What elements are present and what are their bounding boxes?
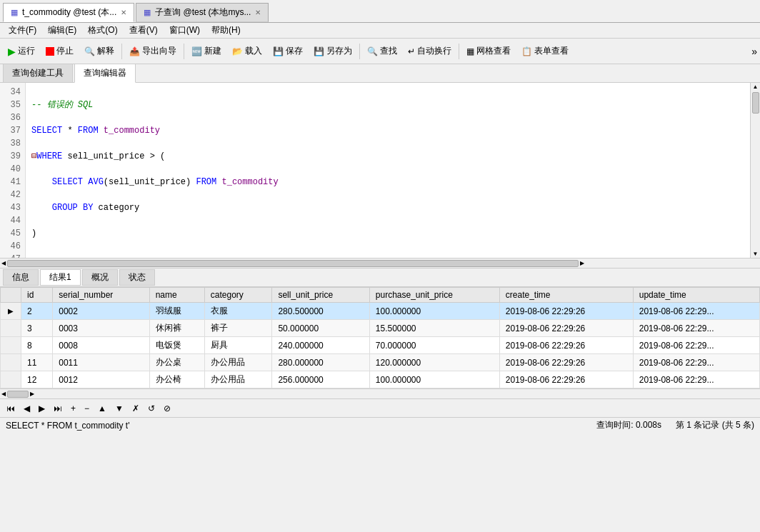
table-container[interactable]: id serial_number name category sell_unit… bbox=[0, 287, 760, 388]
cell-serial_number: 0002 bbox=[53, 303, 149, 320]
menu-format[interactable]: 格式(O) bbox=[82, 23, 123, 38]
menu-window[interactable]: 窗口(W) bbox=[164, 23, 206, 38]
cell-category: 裤子 bbox=[204, 320, 272, 337]
stop-button[interactable]: 停止 bbox=[41, 43, 79, 59]
col-purchase[interactable]: purchase_unit_price bbox=[369, 288, 499, 303]
saveas-button[interactable]: 💾 另存为 bbox=[309, 43, 357, 59]
run-label: 运行 bbox=[18, 45, 35, 57]
gridview-button[interactable]: ▦ 网格查看 bbox=[461, 43, 516, 59]
vscroll-thumb[interactable] bbox=[752, 92, 759, 114]
autowrap-icon: ↵ bbox=[408, 46, 415, 56]
load-icon: 📂 bbox=[232, 46, 243, 56]
table-row[interactable]: 120012办公椅办公用品256.000000100.0000002019-08… bbox=[1, 371, 760, 388]
hscroll-left[interactable]: ◀ bbox=[0, 260, 7, 266]
menu-file[interactable]: 文件(F) bbox=[3, 23, 42, 38]
table-header: id serial_number name category sell_unit… bbox=[1, 288, 760, 303]
table-row[interactable]: 110011办公桌办公用品280.000000120.0000002019-08… bbox=[1, 354, 760, 371]
cell-purchase_unit_price: 120.000000 bbox=[369, 354, 499, 371]
col-update[interactable]: update_time bbox=[633, 288, 759, 303]
table-hscroll[interactable]: ◀ ▶ bbox=[0, 388, 760, 398]
col-name[interactable]: name bbox=[149, 288, 204, 303]
table-row[interactable]: 80008电饭煲厨具240.00000070.0000002019-08-06 … bbox=[1, 337, 760, 354]
menu-help[interactable]: 帮助(H) bbox=[206, 23, 246, 38]
rtab-status[interactable]: 状态 bbox=[119, 269, 155, 286]
col-indicator bbox=[1, 288, 21, 303]
rtab-result1[interactable]: 结果1 bbox=[40, 269, 81, 286]
col-category[interactable]: category bbox=[204, 288, 272, 303]
vscroll-down-arrow[interactable]: ▼ bbox=[751, 250, 760, 258]
code-line-35: SELECT * FROM t_commodity bbox=[31, 124, 744, 137]
tab-2[interactable]: ▦ 子查询 @test (本地mys... ✕ bbox=[136, 3, 269, 22]
code-line-36: ⊟WHERE sell_unit_price > ( bbox=[31, 150, 744, 163]
cell-update_time: 2019-08-06 22:29... bbox=[633, 320, 759, 337]
table-row[interactable]: 30003休闲裤裤子50.00000015.5000002019-08-06 2… bbox=[1, 320, 760, 337]
menu-view[interactable]: 查看(V) bbox=[124, 23, 164, 38]
vscroll-up-arrow[interactable]: ▲ bbox=[751, 83, 760, 91]
cell-purchase_unit_price: 100.000000 bbox=[369, 371, 499, 388]
table-row[interactable]: ▶20002羽绒服衣服280.500000100.0000002019-08-0… bbox=[1, 303, 760, 320]
query-time: 查询时间: 0.008s bbox=[596, 419, 661, 431]
row-indicator bbox=[1, 320, 21, 337]
rtab-overview[interactable]: 概况 bbox=[82, 269, 118, 286]
table-hscroll-right[interactable]: ▶ bbox=[29, 391, 36, 397]
line-numbers: 34 35 36 37 38 39 40 41 42 43 44 45 46 4… bbox=[0, 83, 26, 258]
tab-query-build[interactable]: 查询创建工具 bbox=[3, 64, 73, 82]
tab-2-close[interactable]: ✕ bbox=[255, 9, 261, 16]
tab-1-close[interactable]: ✕ bbox=[121, 9, 126, 16]
nav-prev[interactable]: ◀ bbox=[20, 402, 34, 415]
code-line-39: ) bbox=[31, 227, 744, 240]
form-icon: 📋 bbox=[521, 46, 532, 56]
cell-serial_number: 0008 bbox=[53, 337, 149, 354]
save-button[interactable]: 💾 保存 bbox=[268, 43, 308, 59]
tab-1[interactable]: ▦ t_commodity @test (本... ✕ bbox=[3, 3, 134, 22]
toolbar-expand[interactable]: » bbox=[751, 46, 757, 57]
nav-next[interactable]: ▶ bbox=[35, 402, 49, 415]
nav-discard[interactable]: ✗ bbox=[129, 402, 143, 415]
find-button[interactable]: 🔍 查找 bbox=[362, 43, 402, 59]
cell-serial_number: 0003 bbox=[53, 320, 149, 337]
table-hscroll-left[interactable]: ◀ bbox=[0, 391, 7, 397]
code-editor[interactable]: -- 错误的 SQL SELECT * FROM t_commodity ⊟WH… bbox=[26, 83, 750, 258]
editor-vscroll[interactable]: ▲ ▼ bbox=[750, 83, 760, 258]
new-button[interactable]: 🆕 新建 bbox=[186, 43, 226, 59]
save-icon: 💾 bbox=[273, 46, 284, 56]
result-table: id serial_number name category sell_unit… bbox=[0, 287, 760, 388]
nav-down[interactable]: ▼ bbox=[111, 402, 127, 415]
nav-first[interactable]: ⏮ bbox=[3, 402, 19, 415]
cell-sell_unit_price: 280.000000 bbox=[272, 354, 369, 371]
col-id[interactable]: id bbox=[21, 288, 53, 303]
table-hscroll-thumb[interactable] bbox=[7, 391, 29, 398]
nav-last[interactable]: ⏭ bbox=[50, 402, 66, 415]
export-button[interactable]: 📤 导出向导 bbox=[124, 43, 181, 59]
hscroll-thumb[interactable] bbox=[7, 260, 579, 267]
cell-update_time: 2019-08-06 22:29... bbox=[633, 354, 759, 371]
formview-label: 表单查看 bbox=[534, 45, 569, 57]
nav-controls: ⏮ ◀ ▶ ⏭ + − ▲ ▼ ✗ ↺ ⊘ bbox=[0, 398, 760, 417]
row-indicator bbox=[1, 337, 21, 354]
cell-name: 办公桌 bbox=[149, 354, 204, 371]
col-create[interactable]: create_time bbox=[499, 288, 633, 303]
nav-add[interactable]: + bbox=[67, 402, 79, 415]
nav-up[interactable]: ▲ bbox=[94, 402, 110, 415]
explain-label: 解释 bbox=[97, 45, 114, 57]
run-button[interactable]: ▶ 运行 bbox=[3, 43, 40, 59]
cell-sell_unit_price: 50.000000 bbox=[272, 320, 369, 337]
editor-hscroll[interactable]: ◀ ▶ bbox=[0, 258, 760, 268]
rtab-info[interactable]: 信息 bbox=[3, 269, 39, 286]
col-sell[interactable]: sell_unit_price bbox=[272, 288, 369, 303]
tab-query-edit[interactable]: 查询编辑器 bbox=[74, 64, 136, 83]
nav-stop2[interactable]: ⊘ bbox=[160, 402, 174, 415]
explain-button[interactable]: 🔍 解释 bbox=[79, 43, 119, 59]
title-bar: ▦ t_commodity @test (本... ✕ ▦ 子查询 @test … bbox=[0, 0, 760, 23]
formview-button[interactable]: 📋 表单查看 bbox=[516, 43, 574, 59]
autowrap-button[interactable]: ↵ 自动换行 bbox=[403, 43, 456, 59]
save-label: 保存 bbox=[286, 45, 303, 57]
menu-edit[interactable]: 编辑(E) bbox=[42, 23, 82, 38]
hscroll-right[interactable]: ▶ bbox=[579, 260, 586, 266]
saveas-label: 另存为 bbox=[326, 45, 352, 57]
load-button[interactable]: 📂 载入 bbox=[227, 43, 267, 59]
autowrap-label: 自动换行 bbox=[417, 45, 451, 57]
nav-delete[interactable]: − bbox=[81, 402, 93, 415]
col-serial[interactable]: serial_number bbox=[53, 288, 149, 303]
nav-refresh[interactable]: ↺ bbox=[144, 402, 159, 415]
